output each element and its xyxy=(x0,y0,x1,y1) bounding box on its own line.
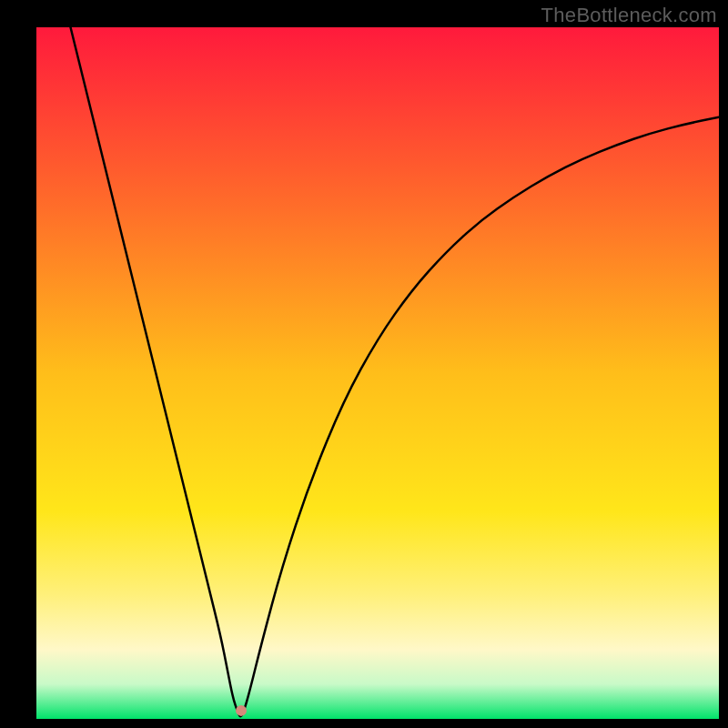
gradient-background xyxy=(36,27,719,719)
chart-frame: TheBottleneck.com xyxy=(0,0,728,728)
watermark-text: TheBottleneck.com xyxy=(541,4,717,27)
minimum-marker xyxy=(236,705,247,716)
chart-svg xyxy=(36,27,719,719)
plot-area xyxy=(36,27,719,719)
